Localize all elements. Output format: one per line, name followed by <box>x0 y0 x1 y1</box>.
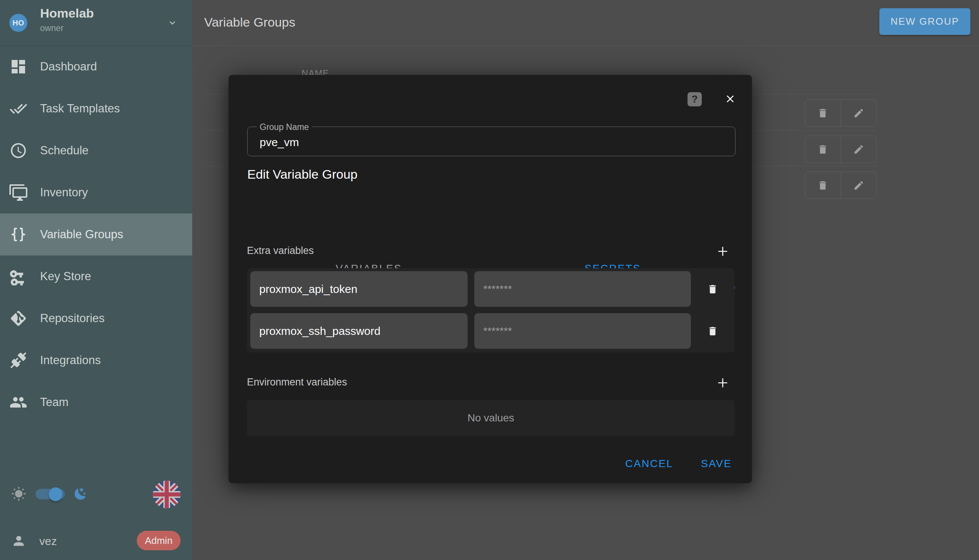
sidebar-item-label: Dashboard <box>40 60 97 73</box>
environment-variables-empty-state: No values <box>247 400 735 436</box>
sidebar-item-label: Task Templates <box>40 102 120 115</box>
dialog-actions: CANCEL SAVE <box>623 454 734 473</box>
extra-variables-label: Extra variables <box>247 245 314 257</box>
uk-flag-language-button[interactable] <box>153 481 180 508</box>
secret-value-input[interactable]: ******* <box>474 313 691 349</box>
secret-variable-row: proxmox_ssh_password ******* <box>250 313 734 349</box>
sidebar-item-label: Variable Groups <box>40 228 123 241</box>
sidebar-nav: Dashboard Task Templates Schedule Invent… <box>0 46 192 423</box>
sidebar-item-schedule[interactable]: Schedule <box>0 130 192 172</box>
dialog-title: Edit Variable Group <box>247 166 357 182</box>
secret-variable-row: proxmox_api_token ******* <box>250 271 734 307</box>
connection-icon <box>9 352 27 369</box>
project-avatar: HO <box>9 14 27 32</box>
edit-variable-group-dialog: Edit Variable Group ? Group Name pve_vm … <box>228 75 752 483</box>
clock-icon <box>9 142 27 160</box>
delete-variable-button[interactable] <box>691 325 734 337</box>
sun-icon <box>11 487 26 502</box>
group-name-value[interactable]: pve_vm <box>260 136 299 149</box>
extra-variables-panel: proxmox_api_token ******* proxmox_ssh_pa… <box>247 268 734 352</box>
sidebar-item-label: Key Store <box>40 270 91 283</box>
page-title: Variable Groups <box>204 15 295 30</box>
sidebar-item-task-templates[interactable]: Task Templates <box>0 88 192 130</box>
group-name-field[interactable]: Group Name pve_vm <box>247 127 736 156</box>
help-button[interactable]: ? <box>687 92 702 107</box>
sidebar-item-label: Schedule <box>40 144 88 157</box>
username[interactable]: vez <box>39 535 57 548</box>
dashboard-icon <box>9 58 27 76</box>
cancel-button[interactable]: CANCEL <box>623 454 675 473</box>
save-button[interactable]: SAVE <box>699 454 734 473</box>
git-icon <box>9 309 27 327</box>
secret-name-input[interactable]: proxmox_ssh_password <box>250 313 468 349</box>
sidebar-item-label: Team <box>40 395 68 409</box>
sidebar-item-inventory[interactable]: Inventory <box>0 172 192 213</box>
sidebar-item-team[interactable]: Team <box>0 381 192 423</box>
group-name-label: Group Name <box>257 122 312 132</box>
sidebar-item-key-store[interactable]: Key Store <box>0 255 192 297</box>
add-extra-variable-button[interactable] <box>714 243 731 260</box>
account-icon <box>11 533 26 548</box>
sidebar-item-repositories[interactable]: Repositories <box>0 297 192 339</box>
chevron-down-icon[interactable] <box>167 17 178 28</box>
sidebar-item-dashboard[interactable]: Dashboard <box>0 46 192 88</box>
edit-row-button[interactable] <box>841 136 877 163</box>
monitor-multiple-icon <box>9 183 27 202</box>
delete-row-button[interactable] <box>805 100 841 126</box>
check-all-icon <box>9 100 27 118</box>
project-switcher[interactable]: HO Homelab owner <box>0 0 192 46</box>
add-environment-variable-button[interactable] <box>714 375 731 391</box>
table-row-actions <box>805 99 877 127</box>
admin-badge: Admin <box>137 531 180 550</box>
secret-value-input[interactable]: ******* <box>474 271 691 307</box>
moon-stars-icon <box>73 487 88 501</box>
code-braces-icon <box>9 225 27 243</box>
app-root: { "app": { "accent_blue": "#2196f3", "bu… <box>0 0 979 560</box>
sidebar-item-variable-groups[interactable]: Variable Groups <box>0 213 192 255</box>
theme-toggle-thumb[interactable] <box>49 487 63 501</box>
project-name: Homelab <box>40 6 94 21</box>
environment-variables-label: Environment variables <box>247 377 347 388</box>
sidebar-item-integrations[interactable]: Integrations <box>0 339 192 381</box>
table-row-actions <box>805 172 877 199</box>
sidebar-item-label: Integrations <box>40 353 101 367</box>
key-chain-icon <box>9 267 27 285</box>
sidebar: HO Homelab owner Dashboard Task Template… <box>0 0 192 560</box>
edit-row-button[interactable] <box>841 172 877 198</box>
new-group-button[interactable]: NEW GROUP <box>879 8 971 35</box>
delete-row-button[interactable] <box>805 172 841 198</box>
delete-variable-button[interactable] <box>691 283 734 295</box>
project-role: owner <box>40 23 64 33</box>
edit-row-button[interactable] <box>841 100 877 126</box>
account-multiple-icon <box>9 393 27 411</box>
secret-name-input[interactable]: proxmox_api_token <box>250 271 468 307</box>
delete-row-button[interactable] <box>805 136 841 163</box>
sidebar-item-label: Inventory <box>40 186 88 199</box>
page-header: Variable Groups NEW GROUP <box>192 0 979 46</box>
sidebar-item-label: Repositories <box>40 312 105 325</box>
close-icon[interactable] <box>724 93 736 105</box>
table-row-actions <box>805 136 877 163</box>
